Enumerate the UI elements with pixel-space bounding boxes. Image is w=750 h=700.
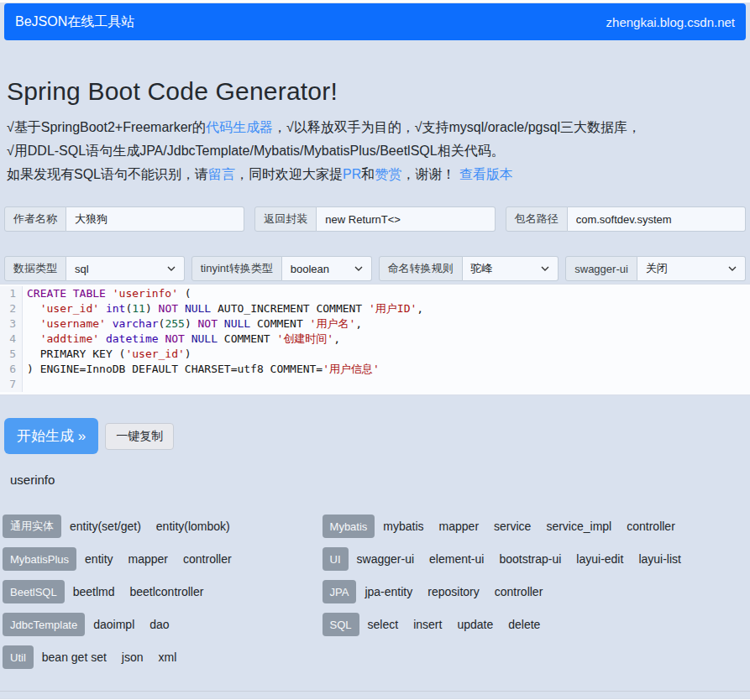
tag-item[interactable]: controller	[183, 552, 232, 566]
tag-item[interactable]: entity(lombok)	[156, 520, 230, 533]
author-name-input[interactable]	[66, 206, 244, 232]
code-text: 'addtime' datetime NOT NULL COMMENT '创建时…	[23, 332, 340, 347]
line-number: 4	[0, 332, 23, 347]
return-wrapper-input[interactable]	[317, 206, 495, 232]
intro-link[interactable]: 代码生成器	[206, 120, 273, 134]
author-name-group: 作者名称	[4, 206, 244, 232]
tag-item[interactable]: dao	[149, 618, 169, 631]
tag-item[interactable]: layui-list	[638, 552, 681, 566]
intro-line: √用DDL-SQL语句生成JPA/JdbcTemplate/Mybatis/My…	[7, 139, 743, 163]
chevron-down-icon	[167, 266, 176, 271]
tag-row: Utilbean get setjsonxml	[3, 645, 323, 669]
code-text: ) ENGINE=InnoDB DEFAULT CHARSET=utf8 COM…	[23, 362, 380, 377]
intro-link[interactable]: PR	[343, 167, 361, 181]
code-text: 'user_id' int(11) NOT NULL AUTO_INCREMEN…	[23, 301, 423, 316]
navbar: BeJSON在线工具站 zhengkai.blog.csdn.net	[4, 3, 746, 40]
tag-item[interactable]: beetlcontroller	[129, 585, 203, 598]
sql-code-editor[interactable]: 1CREATE TABLE 'userinfo' (2 'user_id' in…	[0, 284, 750, 395]
generate-button[interactable]: 开始生成 »	[4, 418, 98, 454]
tag-item[interactable]: entity	[85, 552, 113, 566]
copy-button[interactable]: 一键复制	[105, 423, 174, 450]
intro-text: ，谢谢！	[401, 167, 459, 181]
page-title: Spring Boot Code Generator!	[7, 77, 743, 106]
action-buttons: 开始生成 » 一键复制	[4, 418, 746, 454]
tag-item[interactable]: entity(set/get)	[70, 520, 141, 533]
tag-item[interactable]: bean get set	[42, 650, 107, 664]
tag-badge: MybatisPlus	[3, 547, 76, 571]
swagger-ui-select[interactable]: 关闭	[637, 256, 746, 281]
tag-item[interactable]: mapper	[439, 520, 479, 533]
tag-badge: JdbcTemplate	[3, 613, 85, 636]
tinyint-convert-selected-value: boolean	[291, 263, 329, 275]
chevron-down-icon	[541, 266, 549, 271]
tag-item[interactable]: element-ui	[429, 552, 484, 566]
swagger-ui-selected-value: 关闭	[646, 261, 668, 276]
tag-item[interactable]: mapper	[128, 552, 168, 566]
tag-item[interactable]: delete	[508, 618, 540, 631]
chevron-down-icon	[354, 266, 363, 271]
intro-link[interactable]: 查看版本	[459, 167, 513, 181]
code-line: 7	[0, 377, 750, 392]
tag-item[interactable]: service	[494, 520, 531, 533]
package-path-label: 包名路径	[506, 206, 568, 232]
code-line: 5 PRIMARY KEY ('user_id')	[0, 347, 750, 362]
naming-rule-label: 命名转换规则	[379, 256, 463, 281]
tinyint-convert-select[interactable]: boolean	[282, 256, 372, 281]
line-number: 6	[0, 362, 23, 377]
tag-item[interactable]: mybatis	[383, 520, 423, 533]
form-row-text-fields: 作者名称返回封装包名路径	[4, 206, 746, 232]
tag-column-left: 通用实体entity(set/get)entity(lombok)Mybatis…	[3, 515, 323, 678]
tag-badge: JPA	[323, 580, 357, 603]
code-line: 3 'username' varchar(255) NOT NULL COMME…	[0, 316, 750, 332]
line-number: 7	[0, 377, 23, 392]
tag-badge: SQL	[323, 613, 359, 636]
intro-text: √基于SpringBoot2+Freemarker的	[7, 120, 206, 134]
naming-rule-selected-value: 驼峰	[471, 261, 493, 276]
tag-row: UIswagger-uielement-uibootstrap-uilayui-…	[323, 547, 746, 571]
tag-item[interactable]: update	[457, 618, 493, 631]
tag-column-right: Mybatismybatismapperserviceservice_implc…	[323, 515, 746, 678]
code-line: 2 'user_id' int(11) NOT NULL AUTO_INCREM…	[0, 301, 750, 316]
code-text	[23, 377, 27, 392]
intro-text: ，√以释放双手为目的，√支持mysql/oracle/pgsql三大数据库，	[273, 120, 641, 134]
swagger-ui-group: swagger-ui关闭	[565, 256, 746, 281]
data-type-select[interactable]: sql	[66, 256, 185, 281]
navbar-site-link[interactable]: zhengkai.blog.csdn.net	[606, 15, 735, 29]
tinyint-convert-group: tinyint转换类型boolean	[191, 256, 372, 281]
table-name-label: userinfo	[10, 473, 750, 487]
line-number: 3	[0, 316, 23, 332]
tag-item[interactable]: controller	[495, 585, 543, 598]
tinyint-convert-label: tinyint转换类型	[191, 256, 282, 281]
line-number: 2	[0, 301, 23, 316]
tag-item[interactable]: bootstrap-ui	[499, 552, 561, 566]
tag-item[interactable]: beetlmd	[73, 585, 115, 598]
tag-item[interactable]: xml	[159, 650, 177, 664]
package-path-group: 包名路径	[506, 206, 746, 232]
tag-item[interactable]: daoimpl	[93, 618, 134, 631]
tag-item[interactable]: controller	[627, 520, 675, 533]
return-wrapper-label: 返回封装	[254, 206, 317, 232]
tag-item[interactable]: insert	[413, 618, 442, 631]
tag-row: MybatisPlusentitymappercontroller	[3, 547, 323, 571]
package-path-input[interactable]	[568, 206, 746, 232]
tag-item[interactable]: swagger-ui	[357, 552, 414, 566]
tag-badge: Mybatis	[323, 515, 375, 538]
tag-badge: BeetlSQL	[3, 580, 65, 603]
tag-item[interactable]: select	[368, 618, 399, 631]
section-divider	[0, 691, 750, 692]
tag-item[interactable]: repository	[427, 585, 479, 598]
tag-item[interactable]: json	[122, 650, 144, 664]
intro-link[interactable]: 留言	[208, 167, 235, 181]
tag-item[interactable]: service_impl	[546, 520, 611, 533]
code-line: 4 'addtime' datetime NOT NULL COMMENT '创…	[0, 332, 750, 347]
tag-badge: 通用实体	[3, 515, 61, 538]
intro-link[interactable]: 赞赏	[375, 167, 401, 181]
tag-row: BeetlSQLbeetlmdbeetlcontroller	[3, 580, 323, 603]
tag-item[interactable]: layui-edit	[576, 552, 623, 566]
navbar-brand[interactable]: BeJSON在线工具站	[15, 13, 134, 31]
intro-text: 如果发现有SQL语句不能识别，请	[7, 167, 208, 181]
form-row-selects: 数据类型sqltinyint转换类型boolean命名转换规则驼峰swagger…	[4, 256, 746, 281]
naming-rule-select[interactable]: 驼峰	[463, 256, 559, 281]
line-number: 5	[0, 347, 23, 362]
tag-item[interactable]: jpa-entity	[365, 585, 412, 598]
